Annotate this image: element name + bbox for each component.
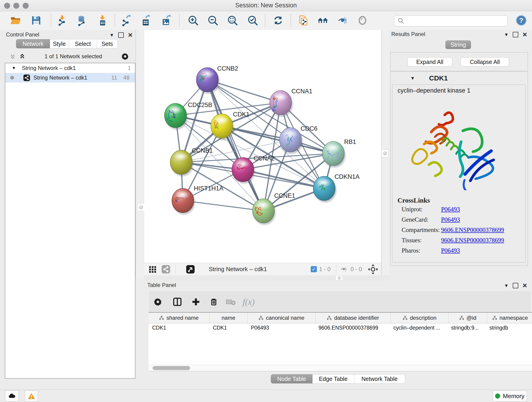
crosslink-link[interactable]: 9606.ENSP00000378699 (441, 226, 504, 234)
export-network-button[interactable] (119, 13, 133, 28)
section-expander-icon[interactable]: ▼ (410, 76, 415, 81)
tab-sets[interactable]: Sets (97, 39, 118, 48)
tab-style[interactable]: Style (50, 39, 69, 48)
panel-close-icon[interactable]: ✕ (522, 32, 527, 37)
panel-menu-icon[interactable]: ▼ (504, 32, 509, 37)
column-header-shared-name[interactable]: shared name (148, 313, 209, 323)
column-header-database-identifier[interactable]: database identifier (316, 313, 391, 323)
network-node-CDKN1A[interactable]: CDKN1A (313, 173, 360, 202)
panel-menu-icon[interactable]: ▼ (504, 283, 509, 288)
cloud-button[interactable] (5, 390, 19, 402)
network-node-CDC6[interactable]: CDC6 (279, 125, 317, 154)
show-columns-icon[interactable] (172, 297, 182, 307)
tree-expander-icon[interactable]: ▼ (12, 65, 16, 70)
column-header-namespace[interactable]: namespace (487, 313, 532, 323)
table-cell[interactable]: P06493 (247, 325, 315, 331)
import-table-button[interactable] (95, 13, 109, 28)
birds-eye-view-icon[interactable] (186, 265, 195, 274)
selected-checkbox-icon[interactable]: ✓ (311, 266, 317, 272)
tab-select[interactable]: Select (69, 39, 97, 48)
table-horizontal-scrollbar[interactable] (148, 365, 532, 371)
search-field[interactable] (394, 15, 508, 26)
gene-section-header[interactable]: ▼ CDK1 (391, 72, 528, 85)
left-splitter-handle[interactable] (137, 203, 145, 211)
network-node-CCNB2[interactable]: CCNB2 (196, 65, 238, 94)
tab-network[interactable]: Network (16, 39, 50, 48)
help-button[interactable]: ? (514, 13, 528, 28)
panel-close-icon[interactable]: ✕ (128, 33, 133, 37)
table-cell[interactable]: CDK1 (148, 325, 209, 331)
zoom-out-button[interactable] (206, 13, 220, 28)
panel-float-icon[interactable] (513, 283, 518, 288)
hidden-eye-slash-icon[interactable] (340, 265, 348, 273)
network-view-icon[interactable] (161, 265, 171, 274)
panel-float-icon[interactable] (513, 32, 518, 37)
grid-view-icon[interactable] (148, 265, 157, 274)
table-cell[interactable]: stringdb (486, 325, 532, 331)
import-network-button[interactable] (55, 13, 69, 28)
network-node-CCNB1[interactable]: CCNB1 (170, 147, 213, 176)
right-splitter[interactable] (381, 30, 390, 279)
crosslink-link[interactable]: 9606.ENSP00000378699 (441, 237, 504, 244)
right-splitter-handle[interactable] (381, 149, 389, 157)
column-header--id[interactable]: @id (449, 313, 487, 323)
network-node-RB1[interactable]: RB1 (322, 138, 356, 167)
open-session-button[interactable] (9, 13, 22, 28)
table-cell[interactable]: cyclin–dependent ... (390, 325, 447, 331)
panel-float-icon[interactable] (118, 32, 124, 38)
show-selection-button[interactable] (355, 13, 369, 28)
show-all-networks-button[interactable] (316, 13, 330, 28)
crosslink-link[interactable]: P06493 (441, 247, 460, 254)
add-column-icon[interactable] (191, 297, 201, 306)
crosslink-link[interactable]: P06493 (441, 206, 460, 213)
import-network-from-database-button[interactable] (75, 13, 88, 28)
hide-selection-button[interactable] (336, 13, 350, 28)
fit-content-icon[interactable] (368, 264, 378, 274)
export-table-button[interactable] (139, 13, 153, 28)
expand-all-icon[interactable] (19, 53, 26, 60)
export-image-button[interactable] (159, 13, 173, 28)
table-gear-icon[interactable] (153, 297, 162, 306)
table-cell[interactable]: stringdb:9... (447, 325, 486, 331)
network-collection-row[interactable]: ▼ String Network – cdk1 1 (5, 63, 135, 73)
zoom-fit-button[interactable] (226, 13, 239, 28)
collapse-all-icon[interactable] (9, 53, 16, 60)
zoom-in-button[interactable] (186, 13, 200, 28)
tab-string[interactable]: String (445, 40, 471, 49)
column-header-name[interactable]: name (209, 313, 248, 323)
network-edge[interactable] (243, 170, 324, 188)
search-input[interactable] (406, 17, 507, 24)
save-session-button[interactable] (29, 13, 43, 28)
network-node-HIST1H1A[interactable]: HIST1H1A (172, 185, 223, 215)
table-row[interactable]: CDK1CDK1P064939606.ENSP00000378699cyclin… (148, 323, 532, 332)
collapse-all-button[interactable]: Collapse All (461, 57, 509, 66)
network-graph[interactable]: CCNB2CCNA1CDC25BCDK1CDC6RB1CCNB1CCNA2CDK… (144, 30, 381, 263)
results-panel-title: Results Panel (391, 31, 425, 37)
panel-menu-icon[interactable]: ▼ (109, 32, 114, 38)
column-header-canonical-name[interactable]: canonical name (248, 313, 316, 323)
table-cell[interactable]: CDK1 (209, 325, 247, 331)
tab-edge-table[interactable]: Edge Table (312, 374, 354, 383)
zoom-selected-button[interactable] (246, 13, 260, 28)
horizontal-splitter-handle[interactable] (336, 275, 343, 281)
left-splitter[interactable] (136, 30, 145, 279)
memory-status-dot (495, 394, 500, 399)
warnings-button[interactable] (25, 390, 38, 402)
gear-icon[interactable] (121, 52, 129, 61)
copy-to-clipboard-button[interactable] (297, 13, 310, 28)
delete-column-icon[interactable] (209, 297, 218, 306)
column-header-description[interactable]: description (391, 313, 449, 323)
crosslink-link[interactable]: P06493 (441, 216, 460, 223)
tab-network-table[interactable]: Network Table (354, 374, 405, 383)
table-cell[interactable]: 9606.ENSP00000378699 (315, 325, 390, 331)
network-view-canvas[interactable]: CCNB2CCNA1CDC25BCDK1CDC6RB1CCNB1CCNA2CDK… (144, 30, 381, 263)
tab-node-table[interactable]: Node Table (271, 374, 312, 383)
expand-all-button[interactable]: Expand All (407, 57, 452, 66)
panel-close-icon[interactable]: ✕ (522, 283, 527, 288)
network-row[interactable]: String Network – cdk1 11 48 (5, 73, 135, 83)
status-bar: Memory (0, 390, 532, 402)
network-node-CCNE1[interactable]: CCNE1 (253, 192, 295, 225)
scrollbar-thumb[interactable] (152, 366, 190, 370)
refresh-button[interactable] (271, 13, 285, 28)
memory-button[interactable]: Memory (493, 390, 527, 402)
